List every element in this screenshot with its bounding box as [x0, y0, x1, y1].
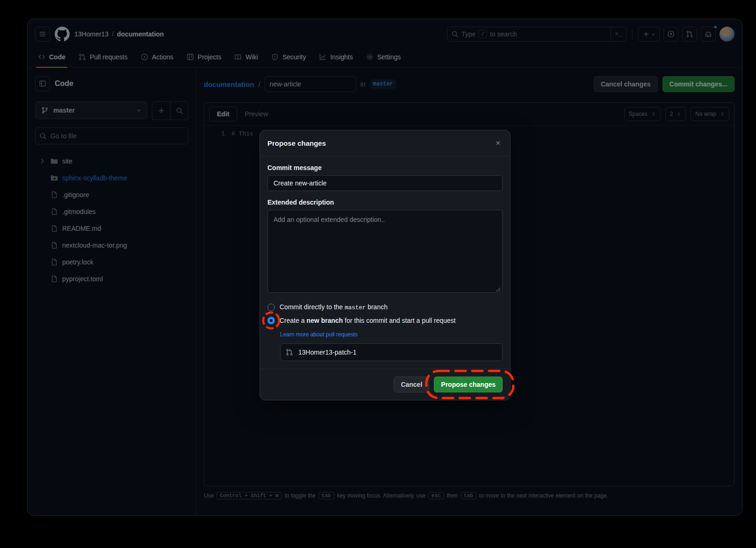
radio-checked[interactable] [267, 317, 275, 324]
propose-changes-dialog: Propose changes ✕ Commit message Extende… [259, 130, 511, 400]
commit-message-input[interactable] [267, 175, 503, 191]
extended-description-textarea[interactable] [267, 210, 503, 293]
git-pull-request-icon [286, 349, 293, 356]
close-dialog-button[interactable]: ✕ [494, 138, 503, 149]
close-icon: ✕ [496, 140, 501, 147]
extended-description-label: Extended description [267, 199, 503, 206]
branch-name-wrapper [280, 343, 503, 361]
commit-direct-label: Commit directly to the master branch [280, 303, 388, 311]
dialog-header: Propose changes ✕ [260, 130, 510, 157]
commit-message-label: Commit message [267, 164, 503, 171]
create-branch-label: Create a new branch for this commit and … [280, 317, 456, 324]
resize-grip-icon[interactable] [496, 287, 501, 292]
cancel-button[interactable]: Cancel [394, 377, 429, 392]
learn-more-link[interactable]: Learn more about pull requests [280, 331, 358, 338]
commit-direct-option[interactable]: Commit directly to the master branch [267, 303, 503, 311]
dialog-title: Propose changes [267, 139, 326, 147]
propose-annotation-wrapper: Propose changes [434, 377, 503, 392]
create-branch-option[interactable]: Create a new branch for this commit and … [267, 317, 503, 324]
dialog-footer: Cancel Propose changes [260, 369, 510, 400]
branch-name-input[interactable] [280, 343, 503, 361]
branch-sub-block: Learn more about pull requests [267, 330, 503, 361]
radio-annotation-wrapper [267, 317, 275, 324]
propose-changes-button[interactable]: Propose changes [434, 377, 503, 392]
extended-description-wrapper [267, 210, 503, 295]
radio-unchecked[interactable] [267, 304, 275, 311]
dialog-body: Commit message Extended description Comm… [260, 157, 510, 369]
